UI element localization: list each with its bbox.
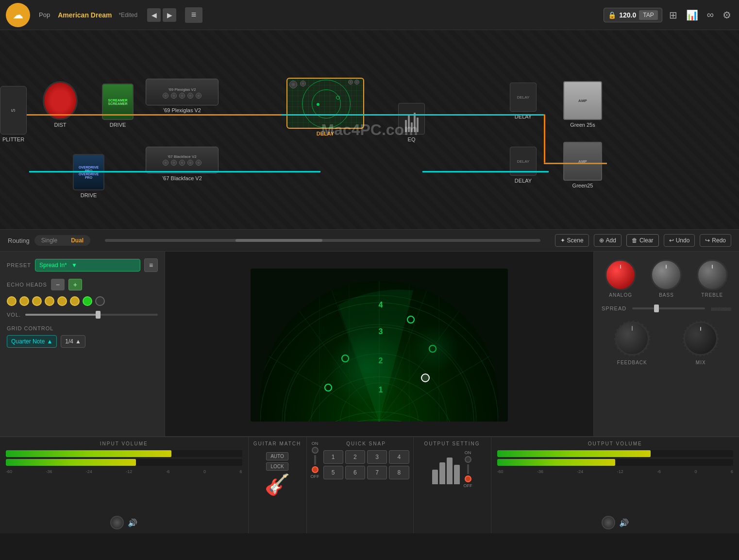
splitter-component[interactable]: S PLITTER [0, 86, 27, 142]
settings-button[interactable]: ⚙ [721, 7, 733, 23]
qs-toggle-on[interactable] [312, 447, 319, 454]
svg-point-17 [342, 355, 349, 362]
prev-button[interactable]: ◀ [147, 8, 161, 22]
splitter-label: S [11, 109, 16, 112]
meter-label-m36: -36 [46, 469, 52, 474]
output-vol-knob[interactable] [602, 516, 615, 529]
amp69-label: '69 Plexiglas V2 [163, 107, 201, 113]
mix-knob[interactable] [684, 322, 718, 356]
snap-btn-2[interactable]: 2 [345, 450, 365, 464]
snap-btn-7[interactable]: 7 [367, 466, 387, 479]
output-meter-labels: -60 -36 -24 -12 -6 0 6 [497, 469, 734, 474]
snap-btn-3[interactable]: 3 [367, 450, 387, 464]
dist-component[interactable]: DIST [43, 81, 78, 128]
grid-note-arrow: ▲ [47, 338, 52, 345]
next-button[interactable]: ▶ [163, 8, 176, 22]
treble-knob[interactable] [697, 259, 728, 290]
amp69-component[interactable]: '69 Plexiglas V2 '69 Plexiglas V2 [146, 79, 218, 113]
bottom-strip: INPUT VOLUME -60 -36 -24 -12 -6 0 6 🔊 [0, 436, 739, 533]
vol-slider[interactable] [25, 314, 158, 316]
bpm-box: 🔒 120.0 TAP [604, 8, 662, 22]
echo-dot-6[interactable] [70, 296, 80, 306]
snap-btn-6[interactable]: 6 [345, 466, 365, 479]
clear-button[interactable]: 🗑 Clear [626, 234, 659, 247]
add-button[interactable]: ⊕ Add [594, 234, 621, 247]
routing-label: Routing [8, 237, 30, 244]
echo-dot-1[interactable] [7, 296, 17, 306]
input-volume-section: INPUT VOLUME -60 -36 -24 -12 -6 0 6 🔊 [0, 437, 249, 533]
redo-button[interactable]: ↪ Redo [700, 234, 731, 247]
preset-label: PRESET [7, 262, 31, 268]
genre-label: Pop [39, 11, 50, 18]
grid-button[interactable]: ⊞ [667, 7, 679, 23]
output-speaker-icon: 🔊 [619, 518, 629, 527]
radar-display[interactable]: 1 2 3 4 [238, 261, 520, 426]
analog-knob[interactable] [605, 259, 636, 290]
delay-main-component[interactable]: DELAY [286, 78, 364, 136]
svg-point-19 [421, 374, 429, 382]
echo-plus-button[interactable]: + [68, 279, 82, 290]
scene-button[interactable]: ✦ Scene [555, 234, 589, 247]
snap-btn-4[interactable]: 4 [389, 450, 409, 464]
input-vol-knob[interactable] [110, 516, 124, 529]
green25-br-component[interactable]: AMP Green25 [563, 142, 602, 188]
green25-tr-label: Green 25s [570, 122, 595, 128]
drive-bot-component[interactable]: OVERDRIVEPRO DRIVE [73, 154, 104, 198]
snap-btn-8[interactable]: 8 [389, 466, 409, 479]
echo-dot-4[interactable] [45, 296, 54, 306]
qs-on-label: ON [312, 441, 319, 446]
os-toggle-off[interactable] [465, 475, 471, 482]
treble-knob-group: TREBLE [697, 259, 728, 298]
top-right-controls: 🔒 120.0 TAP ⊞ 📊 ∞ ⚙ [604, 7, 733, 23]
output-meter-knob-row: 🔊 [497, 516, 734, 529]
svg-text:4: 4 [379, 301, 383, 309]
snap-btn-1[interactable]: 1 [323, 450, 343, 464]
echo-dot-5[interactable] [57, 296, 67, 306]
echo-dot-8[interactable] [95, 296, 105, 306]
eq-component[interactable]: EQ [398, 103, 425, 142]
loop-button[interactable]: ∞ [705, 7, 716, 22]
output-meter-bar-1 [497, 450, 734, 457]
spread-slider[interactable] [632, 307, 705, 309]
os-toggle-on[interactable] [465, 456, 471, 463]
redo-icon: ↪ [705, 237, 710, 244]
svg-point-15 [407, 316, 414, 323]
snap-btn-5[interactable]: 5 [323, 466, 343, 479]
echo-dot-3[interactable] [32, 296, 42, 306]
redo-label: Redo [712, 237, 726, 244]
scroll-bar[interactable] [105, 239, 540, 242]
preset-menu-button[interactable]: ≡ [144, 258, 158, 272]
delay-br-component[interactable]: DELAY DELAY [510, 147, 537, 184]
routing-bar: Routing Single Dual ✦ Scene ⊕ Add 🗑 Clea… [0, 229, 739, 252]
treble-label: TREBLE [701, 292, 723, 298]
grid-note-select[interactable]: Quarter Note ▲ [7, 335, 57, 348]
green25-tr-component[interactable]: AMP Green 25s [563, 81, 602, 128]
preset-select[interactable]: Spread In* ▼ [35, 259, 140, 272]
drive-top-component[interactable]: SCREAMER DRIVE [102, 84, 134, 128]
feedback-knob[interactable] [615, 322, 649, 356]
bass-label: BASS [659, 292, 674, 298]
lock-button-gm[interactable]: LOCK [266, 462, 288, 471]
menu-button[interactable]: ≡ [185, 7, 202, 23]
bass-knob[interactable] [651, 259, 682, 290]
routing-single[interactable]: Single [34, 235, 64, 246]
auto-button[interactable]: AUTO [266, 452, 288, 460]
echo-dot-7[interactable] [83, 296, 92, 306]
qs-toggle-off[interactable] [312, 466, 319, 473]
bars-button[interactable]: 📊 [684, 7, 700, 23]
knob-row-top: ANALOG BASS TREBLE [602, 259, 731, 298]
echo-minus-button[interactable]: − [51, 279, 65, 290]
undo-button[interactable]: ↩ Undo [664, 234, 695, 247]
output-setting-section: OUTPUT SETTING ON OFF [414, 437, 491, 533]
amp67-component[interactable]: '67 Blackface V2 '67 Blackface V2 [146, 147, 218, 181]
meter-label-m12: -12 [126, 469, 132, 474]
auto-lock-buttons: AUTO LOCK [266, 452, 288, 471]
logo-button[interactable]: ☁ [6, 3, 30, 27]
echo-dot-2[interactable] [19, 296, 29, 306]
signal-chain: S PLITTER DIST SCREAMER DRIVE '69 Plexig… [0, 30, 739, 229]
bpm-value: 120.0 [619, 11, 636, 19]
grid-fraction-select[interactable]: 1/4 ▲ [61, 335, 85, 348]
tap-button[interactable]: TAP [639, 10, 657, 20]
routing-dual[interactable]: Dual [64, 235, 90, 246]
meter-label-m24: -24 [86, 469, 92, 474]
